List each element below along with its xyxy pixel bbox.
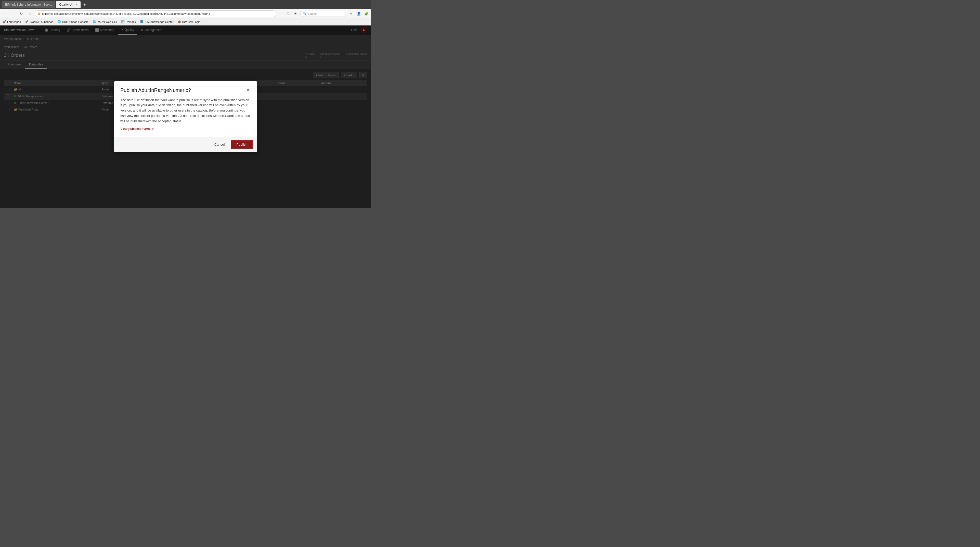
bookmark-reindex-label: Reindex — [126, 21, 136, 24]
favorites-icon[interactable]: ★ — [293, 11, 298, 17]
cancel-button[interactable]: Cancel — [210, 141, 229, 149]
launchpad-bookmark-icon: 🚀 — [3, 20, 6, 24]
dialog-footer: Cancel Publish — [114, 137, 257, 152]
tab-inactive-label: IBM InfoSphere Information Serv... — [5, 3, 52, 6]
dialog-close-button[interactable]: ✕ — [245, 87, 251, 94]
bookmark-reindex[interactable]: 🔄 Reindex — [121, 20, 136, 24]
search-text: Search — [308, 12, 317, 15]
tab-inactive[interactable]: IBM InfoSphere Information Serv... — [2, 1, 55, 8]
home-button[interactable]: ⌂ — [27, 11, 33, 17]
bookmark-ibm-box-label: IBM Box Login — [182, 21, 200, 24]
bookmark-hdp[interactable]: 🌐 HDP Ambari Console — [57, 20, 89, 24]
bookmark-classic-label: Classic Launchpad — [30, 21, 53, 24]
publish-dialog: Publish AdultInRangeNumeric? ✕ The data … — [114, 81, 257, 152]
extensions-icon[interactable]: 🧩 — [364, 11, 369, 17]
close-icon: ✕ — [246, 88, 250, 93]
bookmark-launchpad[interactable]: 🚀 Launchpad — [3, 20, 21, 24]
dialog-body-text: The data rule definition that you want t… — [120, 98, 251, 124]
reindex-icon: 🔄 — [121, 20, 125, 24]
bookmark-icon[interactable]: ♡ — [286, 11, 291, 17]
address-text: https://iis-ugstack.ibm.demo/ibm/iis/qua… — [42, 12, 274, 15]
lock-icon: 🔒 — [38, 12, 41, 15]
dialog-header: Publish AdultInRangeNumeric? ✕ — [114, 81, 257, 94]
search-icon: 🔍 — [302, 12, 307, 16]
yarn-icon: 🌐 — [92, 20, 96, 24]
modal-overlay: Publish AdultInRangeNumeric? ✕ The data … — [0, 25, 371, 208]
dialog-title: Publish AdultInRangeNumeric? — [120, 87, 191, 93]
ibm-kc-icon: 📘 — [140, 20, 143, 24]
bookmark-yarn[interactable]: 🌐 YARN Web GUI — [92, 20, 117, 24]
hdp-icon: 🌐 — [57, 20, 61, 24]
browser-chrome: IBM InfoSphere Information Serv... Quali… — [0, 0, 371, 25]
tab-active[interactable]: Quality UI ✕ — [56, 1, 81, 8]
menu-icon[interactable]: ≡ — [348, 11, 354, 17]
bookmark-ibm-kc-label: IBM Knowledge Center — [145, 21, 173, 24]
nav-icons: ··· ♡ ★ — [278, 11, 298, 17]
tab-bar: IBM InfoSphere Information Serv... Quali… — [0, 0, 371, 9]
bookmark-hdp-label: HDP Ambari Console — [62, 21, 89, 24]
nav-bar: ← → ↻ ⌂ 🔒 https://iis-ugstack.ibm.demo/i… — [0, 9, 371, 18]
refresh-button[interactable]: ↻ — [18, 11, 24, 17]
search-bar[interactable]: 🔍 Search — [300, 11, 346, 17]
dialog-body: The data rule definition that you want t… — [114, 94, 257, 137]
tab-active-label: Quality UI — [59, 3, 73, 6]
address-bar[interactable]: 🔒 https://iis-ugstack.ibm.demo/ibm/iis/q… — [35, 10, 276, 17]
new-tab-button[interactable]: + — [81, 2, 88, 8]
bookmark-ibm-kc[interactable]: 📘 IBM Knowledge Center — [140, 20, 173, 24]
close-tab-icon[interactable]: ✕ — [75, 3, 78, 6]
bookmark-yarn-label: YARN Web GUI — [97, 21, 117, 24]
forward-button[interactable]: → — [10, 11, 16, 17]
bookmark-launchpad-label: Launchpad — [7, 21, 21, 24]
view-published-version-link[interactable]: View published version — [120, 127, 154, 131]
back-button[interactable]: ← — [2, 11, 8, 17]
bookmarks-bar: 🚀 Launchpad 🚀 Classic Launchpad 🌐 HDP Am… — [0, 18, 371, 25]
ibm-box-icon: 📦 — [177, 20, 181, 24]
bookmark-classic-launchpad[interactable]: 🚀 Classic Launchpad — [25, 20, 53, 24]
app-content: IBM Information Server 📋 Catalog 🔗 Conne… — [0, 25, 371, 208]
publish-button[interactable]: Publish — [231, 140, 253, 149]
bookmark-ibm-box[interactable]: 📦 IBM Box Login — [177, 20, 200, 24]
user-profile-icon[interactable]: 👤 — [356, 11, 361, 17]
more-options-icon[interactable]: ··· — [278, 11, 284, 17]
classic-launchpad-icon: 🚀 — [25, 20, 29, 24]
